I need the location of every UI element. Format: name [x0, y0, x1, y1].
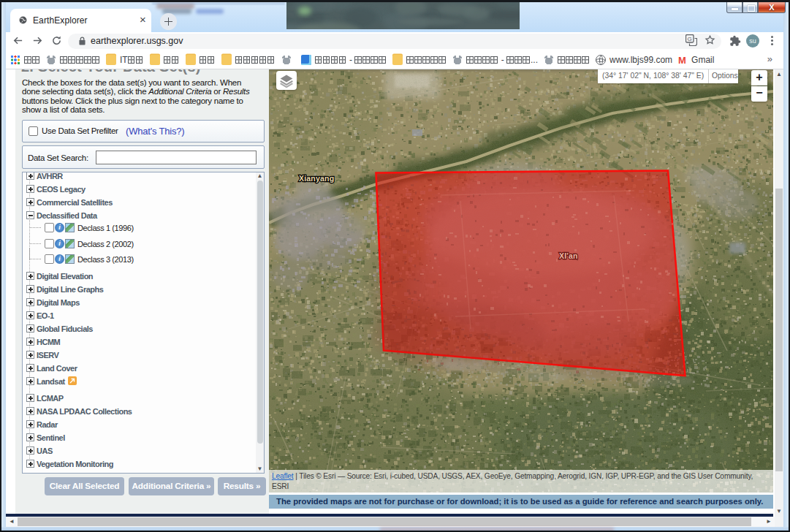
svg-text:Xianyang: Xianyang	[299, 174, 334, 183]
svg-text:XI'an: XI'an	[559, 251, 578, 260]
svg-text:G: G	[688, 36, 692, 42]
